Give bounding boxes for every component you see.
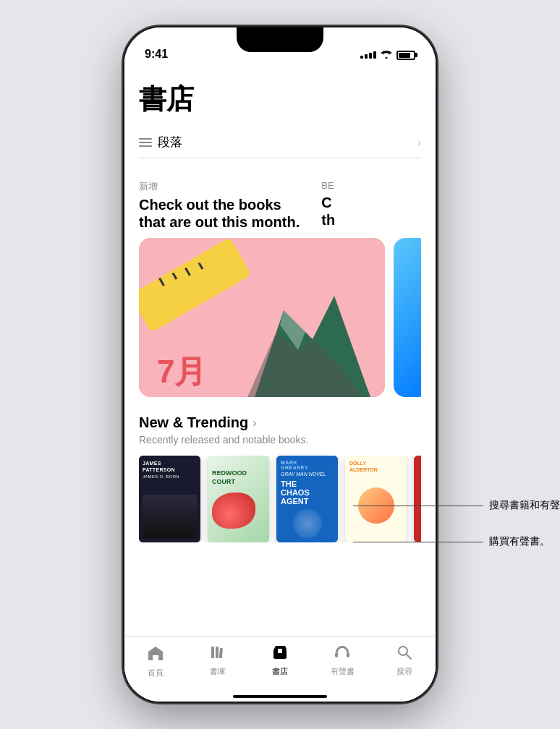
featured-section: 新增 Check out the booksthat are out this … bbox=[124, 166, 436, 397]
tab-label-home: 首頁 bbox=[148, 668, 164, 678]
status-bar: 9:41 bbox=[124, 27, 436, 67]
svg-rect-9 bbox=[219, 648, 223, 658]
search-icon bbox=[396, 644, 412, 663]
book-title-greaney: THECHAOSAGENT bbox=[281, 479, 334, 506]
tab-label-bookstore: 書店 bbox=[272, 666, 288, 677]
tab-item-library[interactable]: 書庫 bbox=[187, 644, 249, 677]
library-icon bbox=[209, 644, 226, 663]
battery-fill bbox=[399, 53, 410, 58]
svg-line-15 bbox=[407, 655, 411, 659]
category-row[interactable]: 段落 › bbox=[139, 127, 421, 158]
book-author-alderton: DOLLYALDERTON bbox=[349, 460, 402, 473]
book-cover-patterson[interactable]: JAMESPATTERSONJAMES O. BORN bbox=[139, 456, 200, 542]
annotation-purchase-text: 購買有聲書。 bbox=[489, 535, 550, 548]
featured-title-2: Cth bbox=[321, 194, 335, 229]
menu-line-1 bbox=[139, 138, 152, 140]
book-cover-image-patterson bbox=[143, 495, 197, 538]
bookstore-icon bbox=[271, 644, 289, 663]
status-time: 9:41 bbox=[145, 48, 168, 61]
annotation-purchase: 購買有聲書。 bbox=[353, 535, 560, 548]
tab-item-home[interactable]: 首頁 bbox=[124, 644, 187, 678]
notch bbox=[237, 27, 323, 52]
tab-item-audiobooks[interactable]: 有聲書 bbox=[311, 644, 373, 677]
battery-icon bbox=[396, 51, 415, 60]
tab-item-bookstore[interactable]: 書店 bbox=[249, 644, 311, 677]
book-title-redwood: REDWOODCOURT bbox=[212, 469, 265, 486]
annotation-purchase-line bbox=[353, 542, 483, 542]
featured-card-pink[interactable]: 7月 bbox=[139, 238, 385, 397]
page-title: 書店 bbox=[139, 81, 421, 118]
featured-cards: 7月 bbox=[139, 238, 421, 397]
status-icons bbox=[360, 49, 415, 61]
featured-new-label: 新增 bbox=[139, 180, 300, 193]
home-indicator bbox=[124, 696, 436, 702]
annotations-container: 搜尋書籍和有聲書。 購買有聲書。 bbox=[353, 499, 560, 571]
book-subtitle-greaney: GRAY MAN NOVEL bbox=[281, 472, 334, 477]
annotation-search-line bbox=[353, 506, 483, 506]
menu-line-3 bbox=[139, 145, 152, 147]
tab-bar: 首頁 書庫 bbox=[124, 636, 436, 696]
category-label: 段落 bbox=[158, 134, 182, 150]
card-illustration: 7月 bbox=[139, 238, 385, 397]
page-header: 書店 段落 › bbox=[124, 67, 436, 166]
featured-header: 新增 Check out the booksthat are out this … bbox=[139, 180, 421, 231]
book-author-patterson: JAMESPATTERSONJAMES O. BORN bbox=[143, 460, 197, 480]
featured-new-label-2: BE bbox=[321, 180, 335, 191]
trending-header[interactable]: New & Trending › bbox=[139, 414, 421, 431]
trending-subtitle: Recently released and notable books. bbox=[139, 434, 421, 446]
svg-rect-12 bbox=[335, 652, 338, 657]
book-illustration-redwood bbox=[212, 493, 255, 529]
category-chevron-icon: › bbox=[417, 136, 421, 149]
menu-line-2 bbox=[139, 142, 152, 143]
svg-text:7月: 7月 bbox=[157, 354, 206, 389]
annotation-search-text: 搜尋書籍和有聲書。 bbox=[489, 499, 560, 512]
tab-label-audiobooks: 有聲書 bbox=[331, 666, 355, 677]
annotation-search: 搜尋書籍和有聲書。 bbox=[353, 499, 560, 512]
trending-title: New & Trending bbox=[139, 414, 248, 431]
svg-rect-13 bbox=[347, 652, 349, 657]
audiobooks-icon bbox=[334, 644, 351, 663]
signal-bar-4 bbox=[373, 51, 376, 59]
signal-bar-3 bbox=[369, 53, 372, 59]
book-cover-greaney[interactable]: MARKGREANEY GRAY MAN NOVEL THECHAOSAGENT bbox=[276, 456, 338, 542]
menu-icon bbox=[139, 138, 152, 147]
category-left: 段落 bbox=[139, 134, 182, 150]
featured-card-blue[interactable] bbox=[394, 238, 421, 397]
book-cover-redwood[interactable]: REDWOODCOURT bbox=[208, 456, 269, 542]
signal-bar-2 bbox=[365, 54, 368, 59]
book-cover-image-greaney: MARKGREANEY GRAY MAN NOVEL THECHAOSAGENT bbox=[276, 456, 338, 542]
svg-rect-7 bbox=[211, 647, 214, 658]
book-cover-image-redwood: REDWOODCOURT bbox=[208, 456, 269, 542]
home-icon bbox=[147, 644, 164, 665]
svg-point-14 bbox=[399, 647, 407, 655]
featured-col-1: 新增 Check out the booksthat are out this … bbox=[139, 180, 300, 231]
book-series-greaney: MARKGREANEY bbox=[281, 460, 334, 470]
phone-frame: 9:41 bbox=[124, 27, 436, 702]
svg-rect-11 bbox=[278, 649, 282, 653]
featured-col-2: BE Cth bbox=[321, 180, 335, 231]
tab-label-library: 書庫 bbox=[210, 666, 226, 677]
tab-item-search[interactable]: 搜尋 bbox=[373, 644, 436, 677]
signal-bar-1 bbox=[360, 56, 363, 59]
main-content: 書店 段落 › bbox=[124, 67, 436, 702]
home-bar bbox=[233, 695, 327, 698]
tab-label-search: 搜尋 bbox=[396, 666, 412, 677]
featured-title: Check out the booksthat are out this mon… bbox=[139, 196, 300, 231]
wifi-icon bbox=[381, 49, 392, 61]
signal-bars bbox=[360, 51, 376, 59]
trending-chevron-icon: › bbox=[253, 417, 256, 430]
book-glow-greaney bbox=[293, 509, 322, 538]
svg-rect-8 bbox=[216, 647, 219, 658]
